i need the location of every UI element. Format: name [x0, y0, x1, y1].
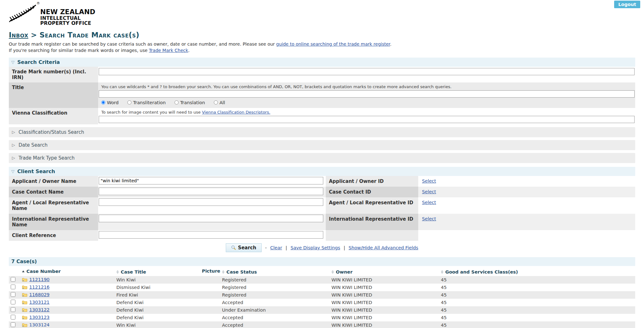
tm-number-label: Trade Mark number(s) (Incl. IRN) [9, 67, 98, 82]
collapse-triangle-icon: ▽ [11, 60, 14, 65]
section-date-search[interactable]: ▷ Date Search [9, 140, 635, 150]
vienna-label: Vienna Classification [9, 108, 98, 124]
section-search-criteria[interactable]: ▽ Search Criteria [9, 58, 635, 67]
classes-cell: 45 [439, 314, 635, 321]
case-contact-id-label: Case Contact ID [326, 187, 418, 197]
section-classification-status-search[interactable]: ▷ Classification/Status Search [9, 127, 635, 137]
row-checkbox[interactable] [11, 277, 15, 282]
logout-button[interactable]: Logout [614, 1, 640, 8]
agent-representative-name-input[interactable] [99, 198, 323, 206]
radio-all-input[interactable] [214, 100, 218, 105]
radio-word[interactable]: Word [101, 100, 119, 105]
radio-transliteration-label: Transliteration [133, 100, 166, 105]
column-label-classes: Good and Services Class(es) [445, 269, 518, 274]
table-row: 1121216 Dismissed Kiwi Registered WIN KI… [9, 284, 635, 291]
international-representative-name-label: International Representative Name [9, 214, 98, 230]
case-number-link[interactable]: 1303121 [29, 300, 50, 305]
expand-triangle-icon: ▷ [12, 156, 15, 160]
case-folder-icon[interactable] [22, 300, 27, 304]
title-input[interactable] [99, 90, 635, 98]
picture-cell [200, 321, 220, 328]
case-folder-icon[interactable] [22, 285, 27, 289]
row-checkbox[interactable] [11, 322, 15, 327]
row-checkbox[interactable] [11, 315, 15, 320]
results-count-header: 7 Case(s) [9, 257, 635, 266]
row-checkbox[interactable] [11, 285, 15, 289]
radio-transliteration[interactable]: Transliteration [127, 100, 166, 105]
case-number-link[interactable]: 1303122 [29, 307, 50, 312]
row-checkbox[interactable] [11, 307, 15, 312]
case-number-link[interactable]: 1121216 [29, 285, 50, 290]
case-status-cell: Accepted [220, 314, 330, 321]
row-checkbox[interactable] [11, 292, 15, 297]
case-number-link[interactable]: 1121190 [29, 277, 50, 282]
column-header-case-status[interactable]: Case Status [220, 266, 330, 276]
save-display-settings-link[interactable]: Save Display Settings [291, 245, 340, 250]
classes-cell: 45 [439, 284, 635, 291]
classes-cell: 45 [439, 321, 635, 328]
international-representative-id-select-link[interactable]: Select [422, 216, 436, 221]
tm-number-input[interactable] [99, 68, 635, 75]
title-radio-group: Word Transliteration Translation All [99, 98, 635, 107]
breadcrumb-inbox-link[interactable]: Inbox [9, 31, 28, 39]
column-header-classes[interactable]: Good and Services Class(es) [439, 266, 635, 276]
classes-cell: 45 [439, 276, 635, 284]
case-contact-name-input[interactable] [99, 188, 323, 195]
client-row-reference: Client Reference [9, 230, 635, 241]
column-label-case-status: Case Status [226, 269, 257, 274]
case-folder-icon[interactable] [22, 308, 27, 312]
picture-cell [200, 299, 220, 306]
intro-line-2-text: If you're searching for similar trade ma… [9, 48, 149, 53]
title-help-text: You can use wildcards * and ? to broaden… [99, 83, 635, 90]
vienna-descriptors-link[interactable]: Vienna Classification Descriptors. [202, 110, 270, 115]
collapse-triangle-icon: ▽ [11, 169, 14, 174]
client-reference-input[interactable] [99, 231, 323, 239]
case-number-link[interactable]: 1168029 [29, 292, 50, 297]
table-row: 1303124 Win Kiwi Accepted WIN KIWI LIMIT… [9, 321, 635, 328]
clear-link[interactable]: Clear [270, 245, 282, 250]
row-checkbox[interactable] [11, 300, 15, 304]
applicant-owner-id-select-link[interactable]: Select [422, 178, 436, 184]
client-row-case-contact: Case Contact Name Case Contact ID Select [9, 187, 635, 197]
section-trade-mark-type-search[interactable]: ▷ Trade Mark Type Search [9, 153, 635, 163]
column-header-case-number[interactable]: Case Number [20, 266, 114, 276]
trade-mark-check-link[interactable]: Trade Mark Check [149, 48, 188, 53]
table-row: 1121190 Win Kiwi Registered WIN KIWI LIM… [9, 276, 635, 284]
guide-link[interactable]: guide to online searching of the trade m… [276, 42, 390, 47]
radio-translation[interactable]: Translation [175, 100, 205, 105]
case-number-link[interactable]: 1303124 [29, 322, 50, 327]
results-header-row: Case Number Case Title Picture Case Stat… [9, 266, 635, 276]
column-header-picture[interactable]: Picture [200, 266, 220, 276]
case-folder-icon[interactable] [22, 315, 27, 320]
agent-representative-id-select-link[interactable]: Select [422, 200, 436, 205]
tm-number-row: Trade Mark number(s) (Incl. IRN) [9, 67, 635, 82]
section-client-search[interactable]: ▽ Client Search [9, 167, 635, 176]
sort-both-icon [441, 270, 443, 274]
table-row: 1303123 Defend Kiwi Accepted WIN KIWI LI… [9, 314, 635, 321]
radio-word-input[interactable] [101, 100, 105, 105]
vienna-row: Vienna Classification To search for imag… [9, 108, 635, 124]
breadcrumb: Inbox>Search Trade Mark case(s) [9, 31, 635, 39]
radio-transliteration-input[interactable] [127, 100, 131, 105]
search-button[interactable]: Search [226, 243, 262, 252]
classes-cell: 45 [439, 306, 635, 314]
case-folder-icon[interactable] [22, 292, 27, 297]
radio-all[interactable]: All [214, 100, 225, 105]
vienna-input[interactable] [99, 116, 635, 123]
international-representative-name-input[interactable] [99, 215, 323, 222]
case-folder-icon[interactable] [22, 323, 27, 327]
table-row: 1303122 Defend Kiwi Under Examination WI… [9, 306, 635, 314]
intro-line-2: If you're searching for similar trade ma… [9, 47, 635, 54]
case-folder-icon[interactable] [22, 277, 27, 282]
column-header-case-title[interactable]: Case Title [114, 266, 200, 276]
case-number-link[interactable]: 1303123 [29, 315, 50, 320]
show-hide-advanced-fields-link[interactable]: Show/Hide All Advanced Fields [349, 245, 419, 250]
case-contact-id-select-link[interactable]: Select [422, 189, 436, 194]
applicant-owner-name-input[interactable] [99, 177, 323, 184]
radio-translation-label: Translation [180, 100, 205, 105]
radio-translation-input[interactable] [175, 100, 179, 105]
sort-both-icon [222, 270, 225, 274]
column-label-case-title: Case Title [121, 269, 146, 274]
column-header-owner[interactable]: Owner [330, 266, 439, 276]
picture-cell [200, 276, 220, 284]
